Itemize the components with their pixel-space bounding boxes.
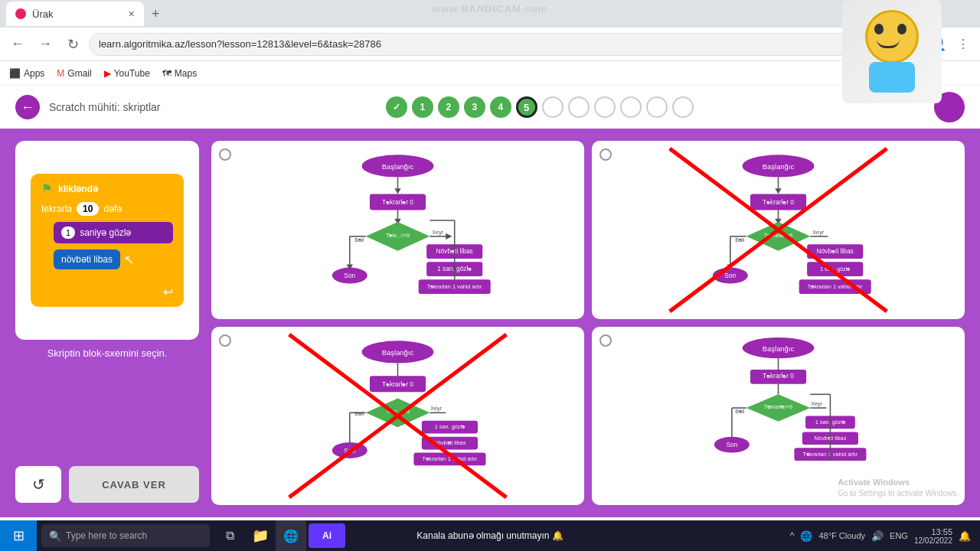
bookmark-apps[interactable]: ⬛ Apps	[9, 68, 44, 79]
progress-dot-4[interactable]: 4	[490, 96, 511, 118]
ai-label: Ai	[322, 530, 332, 541]
tekrarla-row: tekrarla 10 dəfə	[41, 202, 173, 216]
nav-bar: ← → ↻ 🧩 ★ 👤 ⋮	[0, 28, 980, 61]
file-explorer-btn[interactable]: 📁	[245, 520, 276, 551]
back-arrow-icon: ←	[21, 99, 34, 116]
svg-text:Növbəti libas: Növbəti libas	[434, 439, 466, 446]
loop-bottom: ↩	[41, 285, 173, 299]
taskbar-search-text: Type here to search	[66, 530, 147, 541]
task-view-btn[interactable]: ⧉	[214, 520, 245, 551]
quiz-area: ⚑ klikləndə tekrarla 10 dəfə 1 saniyə	[0, 129, 980, 517]
menu-btn[interactable]: ⋮	[952, 34, 974, 55]
svg-text:Başlanğıc: Başlanğıc	[382, 162, 414, 171]
tray-expand-icon[interactable]: ^	[790, 530, 795, 541]
windows-icon: ⊞	[13, 527, 24, 544]
tab-bar: Ürak ✕ +	[0, 0, 980, 28]
svg-text:Təkrarlər 0: Təkrarlər 0	[763, 372, 794, 380]
bookmark-gmail[interactable]: M Gmail	[57, 68, 91, 79]
time-display: 13:55	[914, 527, 952, 536]
radio-3[interactable]	[219, 334, 231, 347]
start-button[interactable]: ⊞	[0, 520, 37, 551]
flag-icon: ⚑	[41, 181, 52, 196]
lesson-breadcrumb: Scratch mühiti: skriptlar	[49, 101, 160, 113]
option-card-2[interactable]: Başlanğıc Təkrarlər 0 Təkrarlər>9 Bəli X…	[592, 141, 965, 319]
saniye-row: 1 saniyə gözlə	[54, 222, 173, 243]
defe-label: dəfə	[103, 204, 122, 214]
svg-text:1 san. gözlə: 1 san. gözlə	[435, 423, 465, 430]
edge-btn[interactable]: 🌐	[276, 520, 306, 551]
progress-dot-2[interactable]: 2	[438, 96, 459, 118]
flowchart-4: Başlanğıc Təkrarlər 0 Təkrarlər>9 Bəli X…	[601, 336, 956, 496]
network-icon[interactable]: 🌐	[800, 530, 812, 542]
back-lesson-btn[interactable]: ←	[15, 95, 40, 119]
bookmark-maps[interactable]: 🗺 Maps	[162, 68, 197, 79]
progress-dot-8[interactable]	[594, 96, 616, 118]
radio-4[interactable]	[599, 334, 612, 347]
progress-dot-1[interactable]: 1	[412, 96, 433, 118]
progress-dot-10[interactable]	[646, 96, 668, 118]
svg-text:Təkrarlər>9: Təkrarlər>9	[764, 232, 792, 239]
volume-icon[interactable]: 🔊	[871, 530, 884, 542]
progress-dot-11[interactable]	[672, 96, 694, 118]
progress-dot-9[interactable]	[620, 96, 642, 118]
svg-text:1 san. gözlə: 1 san. gözlə	[820, 266, 850, 272]
svg-text:Başlanğıc: Başlanğıc	[382, 348, 414, 357]
new-tab-btn[interactable]: +	[147, 6, 165, 22]
scratch-card: ⚑ klikləndə tekrarla 10 dəfə 1 saniyə	[15, 141, 199, 340]
address-bar[interactable]	[89, 33, 874, 56]
taskbar-search[interactable]: 🔍 Type here to search	[41, 524, 210, 547]
tab-title: Ürak	[32, 8, 53, 20]
weather-display: 48°F Cloudy	[818, 531, 865, 540]
radio-2[interactable]	[599, 148, 612, 161]
svg-marker-18	[446, 233, 452, 240]
option-card-4[interactable]: Başlanğıc Təkrarlər 0 Təkrarlər>9 Bəli X…	[592, 327, 965, 505]
progress-dot-0[interactable]: ✓	[386, 96, 407, 118]
novbeti-row: növbəti libas ↖	[54, 249, 120, 269]
tab-close-btn[interactable]: ✕	[128, 9, 135, 19]
back-nav-btn[interactable]: ←	[6, 33, 29, 56]
radio-1[interactable]	[219, 148, 231, 161]
tab-favicon	[15, 8, 26, 19]
svg-text:Təkrarlər 0: Təkrarlər 0	[382, 198, 413, 206]
avatar	[858, 10, 926, 94]
svg-text:Təkr...r>9: Təkr...r>9	[386, 232, 410, 239]
bookmarks-bar: ⬛ Apps M Gmail ▶ YouTube 🗺 Maps	[0, 61, 980, 86]
option-card-1[interactable]: Başlanğıc Təkrarlər 0 Təkr...r>9	[211, 141, 584, 319]
system-tray: ^ 🌐 48°F Cloudy 🔊 ENG 13:55 12/02/2022 🔔	[781, 527, 980, 545]
svg-text:Xeyr: Xeyr	[430, 405, 443, 412]
svg-text:Bəli: Bəli	[735, 236, 744, 243]
activate-windows-text: Activate Windows Go to Settings to activ…	[838, 477, 959, 499]
svg-text:Son: Son	[344, 272, 355, 279]
reload-btn[interactable]: ↻	[61, 33, 84, 56]
forward-nav-btn[interactable]: →	[34, 33, 57, 56]
date-display: 12/02/2022	[914, 536, 952, 545]
svg-text:Son: Son	[726, 441, 737, 448]
progress-dot-3[interactable]: 3	[464, 96, 485, 118]
svg-text:Başlanğıc: Başlanğıc	[763, 344, 795, 353]
ai-button[interactable]: Ai	[309, 523, 345, 548]
saniye-num: 1	[61, 227, 75, 239]
answer-btn[interactable]: CAVAB VER	[69, 466, 199, 503]
reset-btn[interactable]: ↺	[15, 466, 61, 503]
flowchart-3: Başlanğıc Təkrarlər 0 Təkr...r>9 Bəli Xe…	[220, 336, 575, 496]
progress-dot-5[interactable]: 5	[516, 96, 537, 118]
svg-text:Təkrarları 1 vahid artır: Təkrarları 1 vahid artır	[808, 283, 863, 290]
maps-icon: 🗺	[162, 68, 172, 79]
progress-dot-7[interactable]	[568, 96, 590, 118]
youtube-icon: ▶	[104, 68, 111, 79]
svg-text:Təkrarları 1 vahid artır: Təkrarları 1 vahid artır	[427, 283, 482, 290]
progress-bar: ✓ 1 2 3 4 5	[386, 96, 694, 118]
progress-dot-6[interactable]	[542, 96, 564, 118]
options-grid: Başlanğıc Təkrarlər 0 Təkr...r>9	[211, 141, 965, 505]
left-panel: ⚑ klikləndə tekrarla 10 dəfə 1 saniyə	[15, 141, 199, 505]
page-content: ← Scratch mühiti: skriptlar ✓ 1 2 3 4 5	[0, 86, 980, 517]
apps-icon: ⬛	[9, 68, 21, 79]
tekrarla-num: 10	[77, 202, 99, 216]
bookmark-youtube[interactable]: ▶ YouTube	[104, 68, 150, 79]
notification-icon[interactable]: 🔔	[959, 530, 971, 542]
option-card-3[interactable]: Başlanğıc Təkrarlər 0 Təkr...r>9 Bəli Xe…	[211, 327, 584, 505]
active-tab[interactable]: Ürak ✕	[6, 2, 144, 26]
loop-icon: ↩	[163, 285, 173, 299]
scratch-block: ⚑ klikləndə tekrarla 10 dəfə 1 saniyə	[31, 174, 184, 307]
block-header: ⚑ klikləndə	[41, 181, 173, 196]
